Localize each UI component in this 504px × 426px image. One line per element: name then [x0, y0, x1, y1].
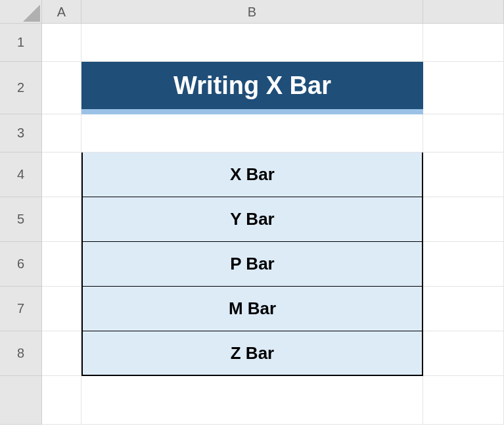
row-header-9[interactable] — [0, 376, 42, 425]
cell-b3[interactable] — [81, 114, 423, 153]
cell-a5[interactable] — [42, 197, 81, 242]
cell-c9[interactable] — [423, 376, 504, 425]
cell-c5[interactable] — [423, 197, 504, 242]
select-all-triangle-icon — [23, 5, 40, 22]
row-header-5[interactable]: 5 — [0, 197, 42, 242]
row-header-3[interactable]: 3 — [0, 114, 42, 153]
cell-a6[interactable] — [42, 242, 81, 287]
title-cell[interactable]: Writing X Bar — [81, 62, 423, 114]
cell-c6[interactable] — [423, 242, 504, 287]
row-header-6[interactable]: 6 — [0, 242, 42, 287]
data-cell-5[interactable]: Z Bar — [81, 331, 423, 376]
cell-c3[interactable] — [423, 114, 504, 153]
column-header-a[interactable]: A — [42, 0, 81, 24]
cell-b9[interactable] — [81, 376, 423, 425]
cell-c4[interactable] — [423, 153, 504, 197]
data-cell-4[interactable]: M Bar — [81, 287, 423, 331]
row-header-2[interactable]: 2 — [0, 62, 42, 114]
spreadsheet: A B 1 2 3 4 5 6 7 8 Writing X Bar — [0, 0, 504, 426]
select-all-corner[interactable] — [0, 0, 42, 24]
cell-c2[interactable] — [423, 62, 504, 114]
cell-grid: Writing X Bar X Bar Y Bar P Bar — [42, 24, 504, 425]
column-header-row: A B — [0, 0, 504, 24]
row-header-1[interactable]: 1 — [0, 24, 42, 62]
column-header-c[interactable] — [423, 0, 504, 24]
column-header-b[interactable]: B — [81, 0, 423, 24]
row-header-7[interactable]: 7 — [0, 287, 42, 331]
data-cell-2[interactable]: Y Bar — [81, 197, 423, 242]
cell-a2[interactable] — [42, 62, 81, 114]
cell-a1[interactable] — [42, 24, 81, 62]
row-header-strip: 1 2 3 4 5 6 7 8 — [0, 24, 42, 425]
cell-c7[interactable] — [423, 287, 504, 331]
data-cell-3[interactable]: P Bar — [81, 242, 423, 287]
cell-c8[interactable] — [423, 331, 504, 376]
data-cell-1[interactable]: X Bar — [81, 153, 423, 197]
cell-a4[interactable] — [42, 153, 81, 197]
cell-a7[interactable] — [42, 287, 81, 331]
cell-b1[interactable] — [81, 24, 423, 62]
cell-a9[interactable] — [42, 376, 81, 425]
row-header-4[interactable]: 4 — [0, 153, 42, 197]
svg-marker-0 — [23, 5, 40, 22]
cell-a3[interactable] — [42, 114, 81, 153]
cell-a8[interactable] — [42, 331, 81, 376]
row-header-8[interactable]: 8 — [0, 331, 42, 376]
cell-c1[interactable] — [423, 24, 504, 62]
